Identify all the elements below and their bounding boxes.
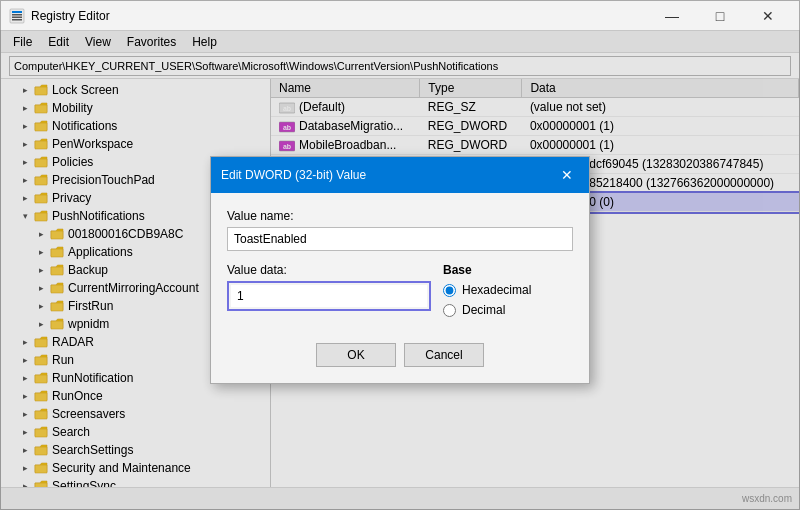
window-controls: — □ ✕ — [649, 1, 791, 31]
base-label: Base — [443, 263, 573, 277]
registry-icon — [9, 8, 25, 24]
ok-button[interactable]: OK — [316, 343, 396, 367]
hexadecimal-radio[interactable] — [443, 284, 456, 297]
dialog-title-bar: Edit DWORD (32-bit) Value ✕ — [211, 157, 589, 193]
edit-dword-dialog: Edit DWORD (32-bit) Value ✕ Value name: … — [210, 156, 590, 384]
dialog-close-button[interactable]: ✕ — [555, 163, 579, 187]
svg-rect-1 — [12, 11, 22, 13]
radio-decimal[interactable]: Decimal — [443, 303, 573, 317]
value-data-input-wrapper — [227, 281, 431, 311]
value-name-label: Value name: — [227, 209, 573, 223]
base-section: Base Hexadecimal Decimal — [443, 263, 573, 323]
hexadecimal-label: Hexadecimal — [462, 283, 531, 297]
watermark: wsxdn.com — [742, 493, 792, 504]
svg-rect-3 — [12, 16, 22, 18]
value-data-label: Value data: — [227, 263, 431, 277]
dialog-title: Edit DWORD (32-bit) Value — [221, 168, 366, 182]
maximize-button[interactable]: □ — [697, 1, 743, 31]
close-button[interactable]: ✕ — [745, 1, 791, 31]
dialog-body: Value name: Value data: Base Hexadecimal — [211, 193, 589, 383]
window-title: Registry Editor — [31, 9, 649, 23]
value-data-input[interactable] — [231, 285, 427, 307]
svg-rect-4 — [12, 19, 22, 21]
value-data-section: Value data: — [227, 263, 431, 323]
data-base-row: Value data: Base Hexadecimal Decimal — [227, 263, 573, 323]
svg-rect-2 — [12, 14, 22, 16]
decimal-radio[interactable] — [443, 304, 456, 317]
cancel-button[interactable]: Cancel — [404, 343, 484, 367]
value-name-input[interactable] — [227, 227, 573, 251]
dialog-buttons: OK Cancel — [227, 339, 573, 367]
radio-hexadecimal[interactable]: Hexadecimal — [443, 283, 573, 297]
minimize-button[interactable]: — — [649, 1, 695, 31]
modal-overlay: Edit DWORD (32-bit) Value ✕ Value name: … — [0, 30, 800, 510]
decimal-label: Decimal — [462, 303, 505, 317]
title-bar: Registry Editor — □ ✕ — [1, 1, 799, 31]
